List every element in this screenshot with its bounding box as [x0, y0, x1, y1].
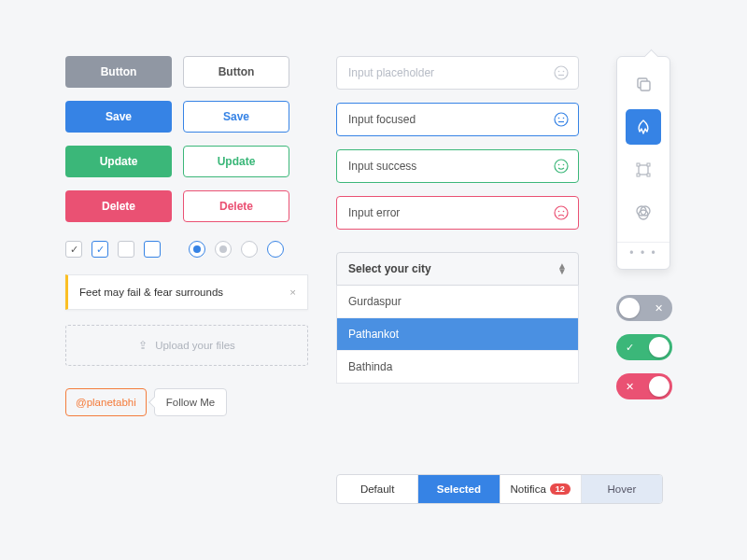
input-text: Input success — [348, 160, 416, 173]
toggle-knob — [619, 298, 640, 318]
check-icon: ✓ — [626, 342, 634, 354]
svg-point-2 — [563, 71, 565, 73]
tab-hover[interactable]: Hover — [582, 475, 662, 503]
svg-point-4 — [555, 113, 568, 126]
radio-selected-gray[interactable] — [215, 241, 232, 258]
tab-bar: Default Selected Notifica 12 Hover — [336, 474, 663, 504]
alert-warning: Feet may fail & fear surrounds × — [65, 274, 308, 310]
tab-notification[interactable]: Notifica 12 — [500, 475, 582, 503]
user-handle[interactable]: @planetabhi — [65, 388, 147, 416]
svg-point-8 — [555, 160, 568, 173]
svg-rect-17 — [637, 163, 640, 166]
svg-point-12 — [558, 211, 560, 213]
checkbox-checked-outline[interactable] — [92, 241, 108, 258]
update-button-outline[interactable]: Update — [183, 146, 289, 177]
neutral-face-icon — [554, 65, 569, 80]
city-option[interactable]: Gurdaspur — [337, 286, 578, 318]
input-text: Input error — [348, 206, 400, 219]
close-icon: ✕ — [655, 302, 663, 315]
svg-point-13 — [563, 211, 565, 213]
toggle-on-danger[interactable]: ✕ — [616, 373, 672, 399]
layers-icon[interactable] — [626, 66, 661, 102]
pen-icon[interactable] — [626, 109, 661, 145]
text-input-placeholder[interactable]: Input placeholder — [336, 56, 579, 90]
toggle-knob — [649, 337, 669, 357]
city-dropdown: Gurdaspur Pathankot Bathinda — [336, 286, 579, 384]
tab-selected[interactable]: Selected — [418, 475, 500, 503]
checkbox-empty[interactable] — [118, 241, 134, 258]
city-option[interactable]: Bathinda — [337, 351, 578, 383]
text-input-focused[interactable]: Input focused — [336, 103, 579, 136]
checkbox-radio-row — [65, 241, 308, 258]
toggle-on-success[interactable]: ✓ — [616, 334, 672, 360]
upload-dropzone[interactable]: ⇪ Upload your files — [65, 325, 308, 366]
checkbox-checked[interactable] — [65, 241, 82, 258]
upload-icon: ⇪ — [138, 339, 148, 352]
alert-text: Feet may fail & fear surrounds — [79, 287, 223, 298]
button-default-solid[interactable]: Button — [65, 56, 172, 88]
text-input-error[interactable]: Input error — [336, 196, 579, 230]
button-default-outline[interactable]: Button — [183, 56, 289, 88]
upload-label: Upload your files — [155, 340, 235, 351]
svg-rect-20 — [647, 174, 650, 176]
delete-button-solid[interactable]: Delete — [65, 190, 172, 222]
input-text: Input placeholder — [348, 66, 434, 79]
more-icon[interactable]: • • • — [617, 242, 669, 263]
follow-button[interactable]: Follow Me — [154, 388, 227, 416]
text-input-success[interactable]: Input success — [336, 149, 579, 183]
alert-close-icon[interactable]: × — [289, 287, 296, 298]
svg-point-10 — [563, 164, 565, 166]
svg-point-0 — [555, 66, 568, 79]
svg-point-11 — [555, 206, 568, 219]
svg-point-6 — [563, 118, 565, 119]
svg-point-5 — [558, 118, 560, 119]
svg-rect-18 — [647, 163, 650, 166]
radio-empty[interactable] — [241, 241, 258, 258]
neutral-face-icon — [554, 112, 569, 127]
radio-empty-blue[interactable] — [267, 241, 284, 258]
chevron-updown-icon: ▲▼ — [557, 263, 567, 274]
toggle-knob — [649, 376, 669, 397]
city-select[interactable]: Select your city ▲▼ — [336, 252, 579, 286]
tab-label: Notifica — [510, 483, 545, 495]
select-label: Select your city — [348, 262, 431, 275]
svg-point-9 — [558, 164, 560, 166]
save-button-solid[interactable]: Save — [65, 101, 172, 133]
sad-face-icon — [554, 205, 569, 220]
checkbox-empty-blue[interactable] — [144, 241, 161, 258]
close-icon: ✕ — [626, 381, 634, 393]
transform-icon[interactable] — [626, 152, 661, 188]
city-option-selected[interactable]: Pathankot — [337, 318, 578, 351]
filters-icon[interactable] — [626, 195, 661, 231]
delete-button-outline[interactable]: Delete — [183, 190, 289, 222]
tab-default[interactable]: Default — [337, 475, 418, 503]
toggle-off[interactable]: ✕ — [616, 295, 672, 321]
smile-face-icon — [554, 159, 569, 174]
svg-rect-15 — [641, 81, 650, 91]
svg-point-1 — [558, 71, 560, 73]
update-button-solid[interactable]: Update — [65, 146, 172, 177]
notification-badge: 12 — [550, 483, 571, 495]
radio-selected-blue[interactable] — [189, 241, 205, 258]
input-text: Input focused — [348, 113, 416, 126]
svg-rect-19 — [637, 174, 640, 176]
save-button-outline[interactable]: Save — [183, 101, 289, 133]
tool-popover: • • • — [616, 56, 670, 270]
